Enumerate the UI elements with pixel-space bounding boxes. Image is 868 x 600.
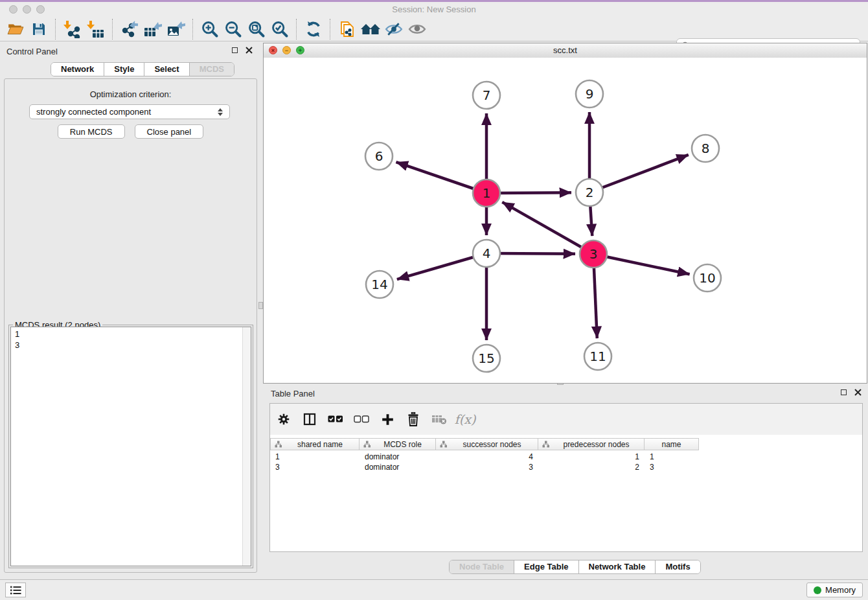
- graph-edge-2-8[interactable]: [589, 155, 689, 192]
- table-cell[interactable]: dominator: [360, 452, 436, 461]
- toolbar-separator: [296, 19, 297, 40]
- tab-network[interactable]: Network: [51, 63, 104, 76]
- graph-node-11[interactable]: 11: [584, 343, 611, 370]
- delete-table-icon-disabled: [431, 411, 448, 428]
- graph-node-label: 6: [375, 148, 383, 164]
- mcds-result-group: MCDS result (2 nodes) 1 3: [8, 325, 253, 568]
- tab-select[interactable]: Select: [144, 63, 189, 76]
- export-network-icon[interactable]: [118, 18, 141, 40]
- table-row[interactable]: 3dominator323: [270, 462, 862, 472]
- table-body: 1dominator4113dominator323: [270, 452, 862, 472]
- result-scrollbar[interactable]: [242, 327, 251, 566]
- column-header-predecessor-nodes[interactable]: predecessor nodes: [538, 438, 645, 450]
- graph-node-4[interactable]: 4: [473, 240, 500, 267]
- zoom-selected-icon[interactable]: [268, 18, 291, 40]
- graph-node-10[interactable]: 10: [694, 264, 721, 292]
- graph-node-label: 9: [586, 86, 594, 102]
- graph-node-label: 1: [483, 185, 491, 201]
- close-panel-icon[interactable]: [246, 47, 253, 54]
- optimization-criterion-dropdown[interactable]: strongly connected component: [29, 104, 230, 119]
- table-cell[interactable]: 1: [645, 452, 699, 461]
- table-cell[interactable]: 3: [270, 463, 360, 472]
- column-header-shared-name[interactable]: shared name: [270, 438, 360, 450]
- task-history-button[interactable]: [5, 583, 26, 597]
- table-cell[interactable]: 2: [538, 463, 645, 472]
- tab-network-table[interactable]: Network Table: [579, 560, 656, 573]
- table-cell[interactable]: 1: [538, 452, 645, 461]
- graph-node-7[interactable]: 7: [473, 82, 500, 109]
- tab-edge-table[interactable]: Edge Table: [514, 560, 578, 573]
- import-table-icon[interactable]: [84, 18, 108, 40]
- column-type-icon: [275, 441, 282, 448]
- float-panel-icon[interactable]: [841, 389, 847, 395]
- column-header-name[interactable]: name: [645, 438, 699, 450]
- control-panel-controls: [232, 47, 253, 54]
- graph-node-label: 14: [371, 277, 387, 292]
- graph-node-2[interactable]: 2: [576, 179, 603, 206]
- graph-node-1[interactable]: 1: [473, 179, 500, 207]
- graph-node-label: 10: [699, 270, 715, 286]
- table-cell[interactable]: 4: [436, 452, 538, 461]
- list-icon: [10, 585, 21, 595]
- table-cell[interactable]: 1: [270, 452, 360, 461]
- graph-node-8[interactable]: 8: [692, 135, 719, 162]
- close-panel-icon[interactable]: [854, 389, 862, 396]
- home-view-icon[interactable]: [359, 18, 382, 40]
- column-header-successor-nodes[interactable]: successor nodes: [436, 438, 538, 450]
- table-cell[interactable]: dominator: [360, 463, 436, 472]
- graph-node-15[interactable]: 15: [473, 345, 500, 372]
- graph-edge-3-1[interactable]: [502, 202, 593, 254]
- column-type-icon: [440, 441, 447, 448]
- dropdown-value: strongly connected component: [36, 107, 218, 117]
- tab-node-table[interactable]: Node Table: [450, 560, 514, 573]
- zoom-in-icon[interactable]: [198, 18, 222, 40]
- status-bar: Memory: [0, 579, 868, 600]
- function-builder-icon-disabled: f(x): [457, 411, 474, 428]
- delete-column-trash-icon[interactable]: [405, 411, 422, 428]
- titlebar: Session: New Session: [0, 2, 868, 17]
- float-panel-icon[interactable]: [232, 47, 238, 53]
- add-column-icon[interactable]: [379, 411, 396, 428]
- table-row[interactable]: 1dominator411: [270, 452, 862, 462]
- graph-node-label: 3: [589, 246, 598, 262]
- window-title: Session: New Session: [0, 5, 868, 14]
- tab-mcds[interactable]: MCDS: [190, 63, 234, 76]
- select-all-columns-icon[interactable]: [327, 411, 344, 428]
- show-columns-icon[interactable]: [301, 411, 318, 428]
- open-file-icon[interactable]: [4, 18, 27, 40]
- toolbar-separator: [55, 19, 56, 40]
- toolbar-separator: [112, 19, 113, 40]
- network-window-titlebar[interactable]: × − + scc.txt: [264, 43, 867, 58]
- graph-node-14[interactable]: 14: [366, 271, 393, 298]
- duplicate-network-icon[interactable]: [336, 18, 359, 40]
- close-panel-button[interactable]: Close panel: [135, 124, 204, 139]
- table-cell[interactable]: 3: [436, 463, 538, 472]
- zoom-fit-icon[interactable]: [245, 18, 268, 40]
- import-network-icon[interactable]: [61, 18, 84, 40]
- export-table-icon[interactable]: [141, 18, 165, 40]
- graph-edge-3-10[interactable]: [593, 254, 690, 274]
- control-panel-title: Control Panel: [6, 47, 58, 56]
- graph-node-3[interactable]: 3: [580, 240, 607, 268]
- node-table-container: f(x) shared name MCDS role successor nod…: [269, 403, 863, 552]
- network-canvas[interactable]: 7968124314101511: [264, 58, 867, 383]
- export-image-icon[interactable]: [165, 18, 188, 40]
- zoom-out-icon[interactable]: [222, 18, 245, 40]
- refresh-view-icon[interactable]: [302, 18, 325, 40]
- column-header-mcds-role[interactable]: MCDS role: [360, 438, 436, 450]
- run-mcds-button[interactable]: Run MCDS: [58, 124, 125, 139]
- vertical-split-handle[interactable]: [258, 302, 263, 309]
- table-settings-gear-icon[interactable]: [275, 411, 292, 428]
- deselect-all-columns-icon[interactable]: [353, 411, 370, 428]
- graph-node-9[interactable]: 9: [576, 80, 603, 108]
- tab-style[interactable]: Style: [104, 63, 144, 76]
- table-toolbar: f(x): [270, 404, 862, 435]
- hide-eye-icon[interactable]: [382, 18, 405, 40]
- save-session-icon[interactable]: [27, 18, 51, 40]
- graph-node-label: 2: [586, 185, 594, 200]
- graph-node-6[interactable]: 6: [365, 143, 393, 170]
- table-cell[interactable]: 3: [645, 463, 699, 472]
- memory-button[interactable]: Memory: [806, 583, 863, 597]
- show-eye-icon[interactable]: [405, 18, 429, 40]
- tab-motifs[interactable]: Motifs: [656, 560, 700, 573]
